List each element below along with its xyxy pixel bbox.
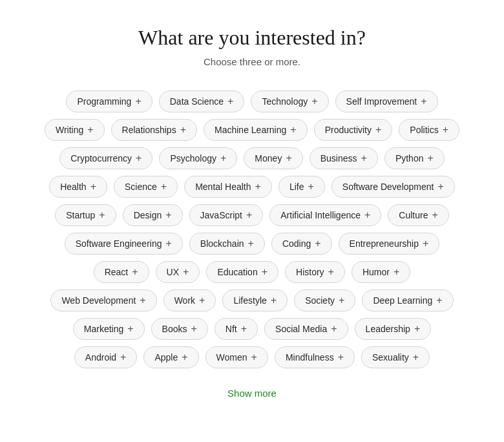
tag-label: Lifestyle [233, 295, 266, 306]
tag-label: Social Media [275, 324, 327, 334]
tag-item[interactable]: Software Development+ [331, 176, 455, 198]
tag-item[interactable]: History+ [285, 261, 345, 283]
tag-item[interactable]: Coding+ [271, 233, 332, 255]
plus-icon: + [413, 352, 419, 363]
page-container: What are you interested in? Choose three… [0, 0, 504, 428]
tag-item[interactable]: Cryptocurrency+ [59, 147, 152, 169]
tag-label: Work [174, 295, 195, 306]
page-title: What are you interested in? [138, 26, 366, 50]
tag-label: Sexuality [372, 352, 409, 363]
plus-icon: + [262, 267, 268, 277]
plus-icon: + [166, 238, 172, 249]
tag-label: Android [85, 352, 116, 363]
tag-label: Science [125, 182, 157, 192]
tag-item[interactable]: Work+ [163, 289, 216, 311]
plus-icon: + [271, 295, 277, 306]
tag-label: Leadership [366, 324, 410, 334]
tag-item[interactable]: Artificial Intelligence+ [269, 204, 381, 226]
tag-label: Humor [362, 267, 390, 277]
tag-item[interactable]: Startup+ [55, 204, 116, 226]
tag-item[interactable]: Politics+ [399, 119, 459, 141]
tag-label: Mindfulness [286, 352, 334, 363]
tag-label: Money [255, 153, 282, 163]
plus-icon: + [394, 267, 399, 277]
tag-item[interactable]: Deep Learning+ [362, 289, 453, 311]
tag-label: Design [134, 210, 162, 220]
tag-item[interactable]: Humor+ [352, 261, 410, 283]
tag-label: Mental Health [195, 182, 251, 192]
plus-icon: + [220, 153, 226, 163]
tag-item[interactable]: Books+ [151, 318, 208, 340]
tag-item[interactable]: Android+ [74, 346, 138, 368]
plus-icon: + [99, 210, 105, 220]
plus-icon: + [436, 295, 442, 306]
tag-item[interactable]: Writing+ [45, 119, 105, 141]
tag-item[interactable]: Education+ [206, 261, 278, 283]
tag-item[interactable]: Social Media+ [264, 318, 348, 340]
tag-item[interactable]: Women+ [205, 346, 268, 368]
tag-label: Writing [56, 125, 83, 135]
plus-icon: + [227, 96, 233, 107]
plus-icon: + [248, 238, 254, 249]
tag-item[interactable]: Machine Learning+ [204, 119, 308, 141]
tag-label: Technology [262, 96, 308, 107]
plus-icon: + [437, 182, 443, 192]
tag-item[interactable]: Leadership+ [355, 318, 432, 340]
tag-item[interactable]: Data Science+ [159, 90, 245, 112]
tag-label: Marketing [84, 324, 123, 334]
plus-icon: + [427, 153, 433, 163]
tag-item[interactable]: Sexuality+ [361, 346, 430, 368]
tag-label: UX [167, 267, 179, 277]
tag-item[interactable]: JavaScript+ [189, 204, 264, 226]
plus-icon: + [286, 153, 291, 163]
tag-item[interactable]: Python+ [384, 147, 445, 169]
tag-item[interactable]: Relationships+ [111, 119, 197, 141]
tag-item[interactable]: Psychology+ [159, 147, 237, 169]
plus-icon: + [87, 125, 93, 135]
tag-item[interactable]: Mental Health+ [184, 176, 272, 198]
tag-item[interactable]: Science+ [114, 176, 178, 198]
plus-icon: + [191, 324, 197, 334]
plus-icon: + [135, 96, 141, 107]
tag-item[interactable]: Technology+ [251, 90, 328, 112]
tag-label: Education [217, 267, 257, 277]
show-more-button[interactable]: Show more [220, 384, 284, 403]
tag-item[interactable]: Apple+ [143, 346, 198, 368]
tag-item[interactable]: Nft+ [215, 318, 258, 340]
plus-icon: + [290, 125, 296, 135]
tag-item[interactable]: Software Engineering+ [65, 233, 183, 255]
tag-item[interactable]: Money+ [244, 147, 302, 169]
tag-label: Artificial Intelligence [280, 210, 361, 220]
tag-item[interactable]: Productivity+ [314, 119, 393, 141]
plus-icon: + [140, 295, 145, 306]
tag-item[interactable]: Mindfulness+ [275, 346, 355, 368]
plus-icon: + [165, 210, 171, 220]
tag-item[interactable]: Self Improvement+ [335, 90, 438, 112]
tag-item[interactable]: Business+ [310, 147, 378, 169]
tag-item[interactable]: Web Development+ [50, 289, 156, 311]
tag-item[interactable]: Health+ [49, 176, 107, 198]
tag-label: Entrepreneurship [350, 238, 419, 249]
plus-icon: + [246, 210, 252, 220]
tag-label: Cryptocurrency [70, 153, 132, 163]
tag-item[interactable]: React+ [94, 261, 149, 283]
tag-item[interactable]: Blockchain+ [189, 233, 265, 255]
tag-item[interactable]: Programming+ [66, 90, 152, 112]
tag-item[interactable]: Life+ [278, 176, 325, 198]
tag-item[interactable]: Marketing+ [73, 318, 145, 340]
tag-item[interactable]: Lifestyle+ [222, 289, 288, 311]
tag-label: Programming [77, 96, 131, 107]
plus-icon: + [127, 324, 133, 334]
tag-item[interactable]: Culture+ [388, 204, 448, 226]
tag-item[interactable]: Entrepreneurship+ [339, 233, 440, 255]
tag-label: Culture [399, 210, 428, 220]
tag-item[interactable]: UX+ [156, 261, 200, 283]
tag-label: Business [320, 153, 357, 163]
tag-label: Society [305, 295, 335, 306]
tag-item[interactable]: Society+ [294, 289, 355, 311]
plus-icon: + [328, 267, 334, 277]
tag-label: Productivity [325, 125, 372, 135]
plus-icon: + [414, 324, 420, 334]
plus-icon: + [338, 352, 344, 363]
tag-item[interactable]: Design+ [123, 204, 183, 226]
